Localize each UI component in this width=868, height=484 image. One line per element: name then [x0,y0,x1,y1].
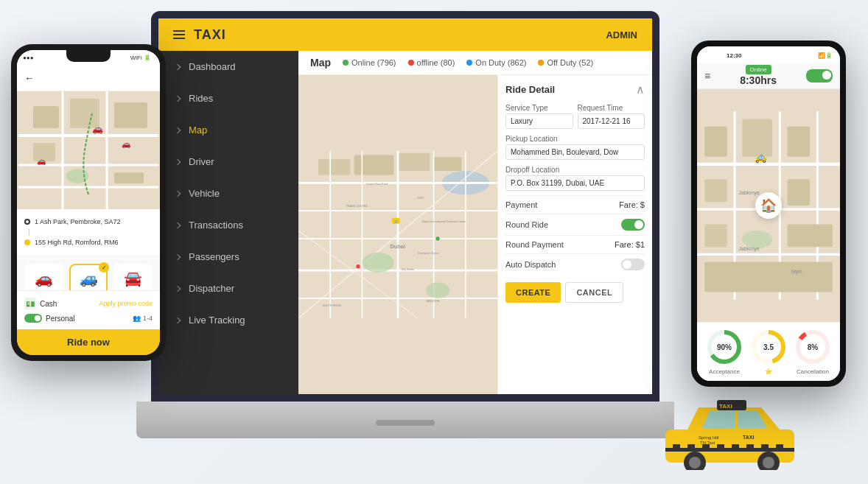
offline-dot [408,60,414,66]
acceptance-label: Acceptance [704,368,744,375]
vehicle-sedan[interactable]: 🚘 SEDAN $25.75 [113,264,153,290]
stat-rating: 3.5 ⭐ [749,329,788,375]
stats-section: 90% Acceptance 3.5 ⭐ [697,322,840,381]
svg-point-32 [435,236,439,240]
home-icon[interactable]: 🏠 [755,192,782,219]
promo-link[interactable]: Apply promo code [99,300,153,307]
sidebar-item-live-tracking[interactable]: Live Tracking [158,304,298,336]
svg-rect-3 [354,155,394,175]
micro-name: MICRO [74,289,104,290]
svg-text:Dubai International Financial : Dubai International Financial Centre [421,220,466,223]
svg-rect-92 [739,444,746,448]
svg-text:🚕: 🚕 [754,150,767,164]
svg-text:Burj Khalifa: Burj Khalifa [402,268,414,271]
dropoff-label: Dropoff Location [505,166,645,174]
pickup-input[interactable] [505,144,645,160]
sidebar-label-transactions: Transactions [189,220,243,231]
service-request-row: Service Type Laxury Request Time [505,104,645,129]
status-offline: offline (80) [408,58,455,67]
map-area: Dubai TRADE CENTRE DIFC Crowne Plaza Dub… [298,75,497,394]
sidebar-item-rides[interactable]: Rides [158,83,298,114]
svg-text:TRADE CENTRE: TRADE CENTRE [346,205,368,208]
personal-toggle[interactable] [24,314,42,323]
mini-icon: 🚗 [29,270,59,287]
ride-detail-panel: Ride Detail ∧ Service Type Laxury [497,75,652,394]
taxi-car-svg: TAXI Spring Hill TN Taxi TAXI [658,396,805,470]
round-payment-label: Round Payment [505,240,564,249]
round-payment-value: Fare: $1 [615,240,645,249]
hamburger-icon[interactable] [173,30,185,39]
payment-label: Payment [505,200,537,209]
dropoff-group: Dropoff Location [505,166,645,191]
svg-rect-96 [769,444,776,448]
svg-text:Jabłonye: Jabłonye [738,246,760,252]
from-location: 1 Ash Park, Pembroke, SA72 [35,218,121,225]
sidebar-item-vehicle[interactable]: Vehicle [158,178,298,209]
app-body: Dashboard Rides Map Driver [158,51,652,394]
svg-rect-55 [704,127,727,157]
svg-text:Downtown Dubai: Downtown Dubai [418,253,439,256]
menu-icon[interactable]: ≡ [704,70,710,82]
pickup-label: Pickup Location [505,135,645,143]
request-time-label: Request Time [578,104,645,112]
vehicle-micro[interactable]: ✓ 🚙 MICRO $20.50 [69,264,108,290]
svg-point-18 [362,253,393,273]
collapse-icon[interactable]: ∧ [636,83,645,97]
sidebar-item-driver[interactable]: Driver [158,146,298,178]
service-type-select[interactable]: Laxury [505,113,573,129]
off-duty-dot [538,60,544,66]
left-phone: ●●● WiFi 🔋 ← [11,44,166,361]
auto-dispatch-toggle[interactable] [621,259,645,270]
svg-rect-59 [788,179,811,206]
round-ride-toggle[interactable] [621,219,645,231]
service-type-label: Service Type [505,104,573,112]
svg-rect-61 [788,225,833,248]
svg-rect-89 [717,444,724,448]
svg-text:TAXI: TAXI [743,435,754,440]
right-statusbar: 12:30 📶🔋 [697,46,840,63]
svg-rect-97 [776,444,783,448]
payment-option-row: 💵 Cash Apply promo code [24,295,153,312]
main-content: Map Online (796) offline (80) On Duty (8… [298,51,652,394]
cash-icon: 💵 [24,298,36,309]
sidebar-item-map[interactable]: Map [158,114,298,146]
vehicle-mini[interactable]: 🚗 MINI $10.25 [24,264,63,290]
left-topbar: ← [17,65,160,91]
svg-rect-98 [783,444,794,448]
acceptance-value: 90% [717,343,732,351]
back-arrow-icon[interactable]: ← [24,72,35,84]
from-location-row: 1 Ash Park, Pembroke, SA72 [24,215,153,228]
ride-now-button[interactable]: Ride now [17,329,160,355]
app-title: TAXI [194,27,226,43]
svg-text:Dubai: Dubai [390,243,405,250]
topbar-left: TAXI [173,27,226,43]
cancel-button[interactable]: CANCEL [565,282,623,303]
right-time: 12:30 [727,52,741,59]
selected-check: ✓ [99,262,109,273]
svg-rect-85 [687,444,695,448]
svg-rect-60 [704,225,727,248]
map-ride-container: Dubai TRADE CENTRE DIFC Crowne Plaza Dub… [298,75,652,394]
auto-dispatch-row: Auto Dispatch [505,253,645,275]
sidebar-item-passengers[interactable]: Passengers [158,241,298,273]
svg-text:SOUTH RIDGE: SOUTH RIDGE [322,304,342,307]
driver-online-toggle[interactable] [806,69,833,83]
svg-text:YANSOON: YANSOON [426,300,440,303]
sidebar-item-dispatcher[interactable]: Dispatcher [158,273,298,304]
acceptance-donut: 90% [706,329,743,365]
right-phone-frame: 12:30 📶🔋 ≡ Online 8:30hrs [691,41,846,387]
status-online: Online (796) [343,58,396,67]
location-inputs: 1 Ash Park, Pembroke, SA72 155 High Rd, … [17,209,160,255]
create-button[interactable]: CREATE [505,282,561,303]
right-signal: 📶🔋 [818,52,833,59]
offline-label: offline (80) [417,58,455,67]
round-ride-label: Round Ride [505,220,548,229]
sidebar-item-transactions[interactable]: Transactions [158,209,298,241]
right-phone-screen: 12:30 📶🔋 ≡ Online 8:30hrs [697,46,840,381]
sidebar: Dashboard Rides Map Driver [158,51,298,394]
app-container: TAXI ADMIN Dashboard Rides [158,18,652,394]
svg-text:Jabłonye: Jabłonye [738,190,760,196]
request-time-input[interactable] [578,113,645,129]
sidebar-item-dashboard[interactable]: Dashboard [158,51,298,83]
dropoff-input[interactable] [505,175,645,191]
